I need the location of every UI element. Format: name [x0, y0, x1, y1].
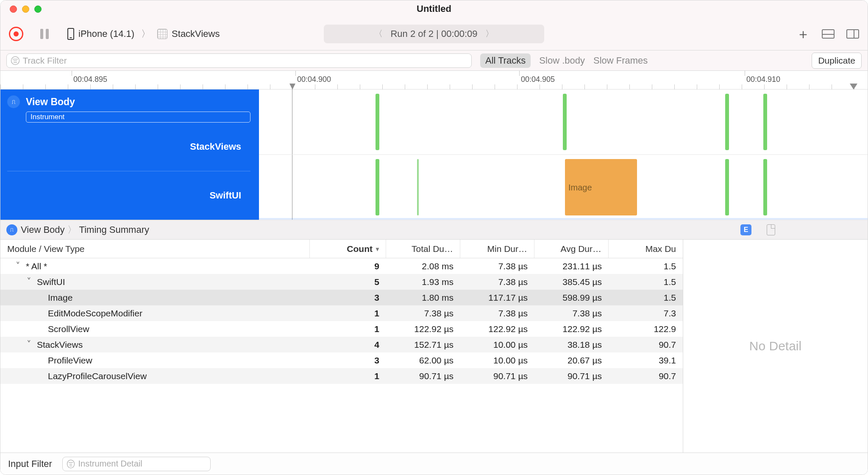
- event-image[interactable]: Image: [565, 159, 637, 215]
- run-info-tab[interactable]: [767, 224, 775, 235]
- col-total[interactable]: Total Du…: [386, 240, 460, 258]
- target-selector[interactable]: iPhone (14.1) 〉 StackViews: [67, 28, 220, 40]
- table-row[interactable]: EditModeScopeModifier17.38 µs7.38 µs7.38…: [0, 305, 683, 321]
- disclosure-icon[interactable]: ˅: [27, 277, 34, 287]
- track-filter-bar: All Tracks Slow .body Slow Frames Duplic…: [0, 50, 868, 71]
- cell-avg: 385.45 µs: [534, 277, 609, 287]
- cell-total: 122.92 µs: [386, 324, 460, 334]
- cell-total: 62.00 µs: [386, 355, 460, 366]
- cell-min: 10.00 µs: [460, 355, 534, 366]
- event[interactable]: [417, 159, 419, 215]
- row-name: EditModeScopeModifier: [48, 308, 142, 319]
- track-filter-input[interactable]: [23, 56, 467, 66]
- inspector-pane: No Detail: [683, 240, 868, 453]
- table-row[interactable]: Image31.80 ms117.17 µs598.99 µs1.5: [0, 290, 683, 305]
- cell-max: 39.1: [609, 355, 683, 366]
- titlebar: Untitled: [0, 0, 868, 17]
- col-min[interactable]: Min Dur…: [460, 240, 534, 258]
- ruler-tick-label: 00:04.905: [521, 75, 555, 84]
- row-name: StackViews: [37, 340, 83, 350]
- col-module[interactable]: Module / View Type: [0, 240, 310, 258]
- prev-run-button[interactable]: 〈: [367, 28, 390, 39]
- instrument-icon: ⎍: [6, 224, 17, 235]
- extended-detail-tab[interactable]: E: [740, 224, 751, 235]
- cell-total: 1.93 ms: [386, 277, 460, 287]
- disclosure-icon[interactable]: ˅: [16, 261, 23, 271]
- toggle-detail-pane-button[interactable]: [822, 29, 835, 39]
- duplicate-button[interactable]: Duplicate: [812, 53, 862, 69]
- instrument-badge: Instrument: [26, 112, 250, 123]
- table-row[interactable]: LazyProfileCarouselView190.71 µs90.71 µs…: [0, 368, 683, 384]
- cell-min: 122.92 µs: [460, 324, 534, 334]
- run-label: Run 2 of 2 | 00:00:09: [390, 28, 477, 39]
- segment-slow-frames[interactable]: Slow Frames: [593, 55, 648, 66]
- detail-breadcrumb: ⎍ View Body 〉 Timing Summary E: [0, 220, 868, 240]
- detail-area: Module / View Type Count▾ Total Du… Min …: [0, 240, 868, 453]
- event[interactable]: [763, 94, 767, 150]
- detail-filter-field[interactable]: [62, 457, 211, 471]
- cell-max: 1.5: [609, 261, 683, 271]
- cell-avg: 20.67 µs: [534, 355, 609, 366]
- filter-icon: [67, 460, 75, 468]
- track-body[interactable]: Image: [259, 89, 868, 220]
- timeline-scrollbar[interactable]: [259, 218, 868, 220]
- lane-stackviews[interactable]: [259, 89, 868, 155]
- row-name: SwiftUI: [37, 277, 65, 287]
- app-icon: [157, 29, 167, 39]
- col-max[interactable]: Max Du: [609, 240, 683, 258]
- cell-count: 4: [310, 340, 386, 350]
- record-button[interactable]: [9, 27, 23, 41]
- cell-avg: 231.11 µs: [534, 261, 609, 271]
- event[interactable]: [763, 159, 767, 215]
- cell-count: 1: [310, 371, 386, 381]
- pause-button[interactable]: [40, 29, 50, 39]
- toggle-inspector-button[interactable]: [846, 29, 859, 39]
- ruler-tick-label: 00:04.900: [297, 75, 331, 84]
- event[interactable]: [725, 159, 729, 215]
- add-instrument-button[interactable]: ＋: [796, 27, 810, 41]
- track-filter-segments: All Tracks Slow .body Slow Frames: [480, 53, 648, 68]
- crumb-view-body[interactable]: View Body: [21, 224, 65, 235]
- table-row[interactable]: ˅* All *92.08 ms7.38 µs231.11 µs1.5: [0, 258, 683, 274]
- col-count[interactable]: Count▾: [310, 240, 386, 258]
- ruler-tick-label: 00:04.910: [746, 75, 780, 84]
- cell-total: 152.71 µs: [386, 340, 460, 350]
- lane-swiftui[interactable]: Image: [259, 155, 868, 220]
- table-row[interactable]: ˅StackViews4152.71 µs10.00 µs38.18 µs90.…: [0, 337, 683, 352]
- crumb-timing-summary[interactable]: Timing Summary: [79, 224, 149, 235]
- toolbar: iPhone (14.1) 〉 StackViews 〈 Run 2 of 2 …: [0, 17, 868, 50]
- table-row[interactable]: ScrollView1122.92 µs122.92 µs122.92 µs12…: [0, 321, 683, 337]
- cell-avg: 7.38 µs: [534, 308, 609, 319]
- cell-avg: 90.71 µs: [534, 371, 609, 381]
- track-title: View Body: [26, 96, 75, 108]
- run-selector[interactable]: 〈 Run 2 of 2 | 00:00:09 〉: [324, 25, 544, 43]
- event[interactable]: [376, 159, 379, 215]
- table-row[interactable]: ˅SwiftUI51.93 ms7.38 µs385.45 µs1.5: [0, 274, 683, 290]
- lane-label-stackviews: StackViews: [7, 123, 250, 171]
- inspector-tabs: E: [654, 224, 862, 235]
- row-name: ScrollView: [48, 324, 89, 334]
- col-avg[interactable]: Avg Dur…: [534, 240, 609, 258]
- cell-total: 2.08 ms: [386, 261, 460, 271]
- time-ruler[interactable]: 00:04.895 00:04.900 00:04.905 00:04.910: [0, 71, 868, 89]
- event[interactable]: [376, 94, 379, 150]
- segment-slow-body[interactable]: Slow .body: [539, 55, 585, 66]
- chevron-right-icon: 〉: [141, 28, 150, 40]
- cell-max: 1.5: [609, 293, 683, 303]
- detail-filter-input[interactable]: [78, 459, 206, 469]
- next-run-button[interactable]: 〉: [478, 28, 501, 39]
- segment-all-tracks[interactable]: All Tracks: [480, 53, 531, 68]
- cell-max: 90.7: [609, 340, 683, 350]
- sort-desc-icon: ▾: [376, 246, 379, 252]
- cell-min: 7.38 µs: [460, 308, 534, 319]
- track-header[interactable]: ⎍ View Body Instrument StackViews SwiftU…: [0, 89, 259, 220]
- timeline[interactable]: 00:04.895 00:04.900 00:04.905 00:04.910 …: [0, 71, 868, 220]
- event[interactable]: [563, 94, 567, 150]
- event[interactable]: [725, 94, 729, 150]
- target-label: StackViews: [172, 28, 220, 39]
- track-filter-field[interactable]: [6, 53, 472, 68]
- disclosure-icon[interactable]: ˅: [27, 339, 34, 349]
- table-row[interactable]: ProfileView362.00 µs10.00 µs20.67 µs39.1: [0, 352, 683, 368]
- cell-count: 3: [310, 293, 386, 303]
- cell-max: 90.7: [609, 371, 683, 381]
